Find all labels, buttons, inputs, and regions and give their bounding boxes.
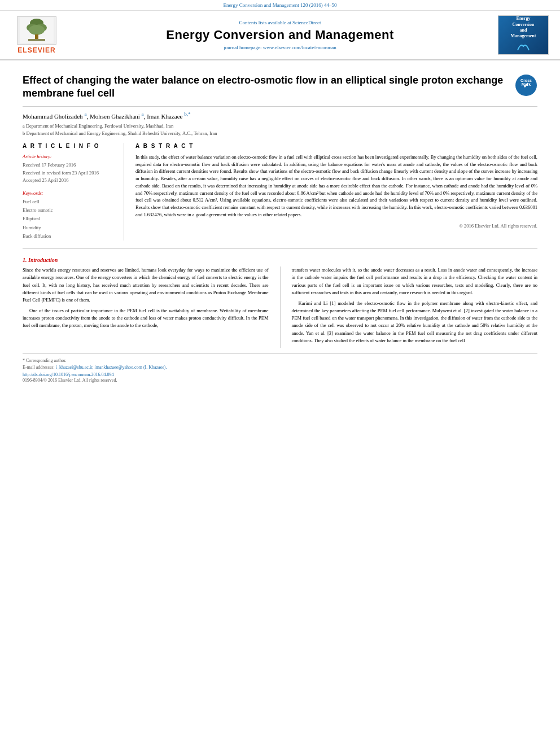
journal-logo-right: EnergyConversionandManagement <box>498 15 549 55</box>
author-names: Mohammad Gholizadeh <box>23 112 84 119</box>
intro-col2-text: transfers water molecules with it, so th… <box>292 267 538 344</box>
crossmark-icon[interactable]: ✓ Cross Mark <box>515 75 537 96</box>
svg-point-4 <box>29 25 45 35</box>
affiliation-a: a Department of Mechanical Engineering, … <box>23 123 537 130</box>
keyword-5: Back diffusion <box>23 232 115 241</box>
doi-line: http://dx.doi.org/10.1016/j.enconman.201… <box>23 371 537 377</box>
doi-link[interactable]: http://dx.doi.org/10.1016/j.enconman.201… <box>23 372 113 377</box>
corresponding-label: * Corresponding author. <box>23 358 67 363</box>
history-label: Article history: <box>23 154 115 159</box>
footer-section: * Corresponding author. E-mail addresses… <box>23 353 537 384</box>
homepage-url[interactable]: www.elsevier.com/locate/enconman <box>263 45 336 50</box>
introduction-section: 1. Introduction Since the world's energy… <box>23 257 537 348</box>
keyword-1: Fuel cell <box>23 198 115 206</box>
article-dates: Received 17 February 2016 Received in re… <box>23 161 115 185</box>
journal-title-main: Energy Conversion and Management <box>62 28 498 42</box>
contents-line: Contents lists available at ScienceDirec… <box>62 20 498 25</box>
issn-line: 0196-8904/© 2016 Elsevier Ltd. All right… <box>23 377 537 384</box>
email-line: E-mail addresses: i_khazaei@shu.ac.ir, i… <box>23 364 537 371</box>
svg-rect-6 <box>28 39 45 41</box>
abstract-text: In this study, the effect of water balan… <box>135 154 537 219</box>
copyright-line: © 2016 Elsevier Ltd. All rights reserved… <box>135 223 537 229</box>
journal-header: ELSEVIER Contents lists available at Sci… <box>0 11 560 60</box>
paper-title: Effect of changing the water balance on … <box>23 74 515 101</box>
body-two-col: Since the world's energy resources and r… <box>23 267 537 348</box>
keywords-list: Fuel cell Electro osmotic Elliptical Hum… <box>23 198 115 241</box>
section-divider <box>23 248 537 249</box>
keywords-label: Keywords: <box>23 190 115 196</box>
affiliation-b: b Department of Mechanical and Energy En… <box>23 130 537 137</box>
elsevier-logo: ELSEVIER <box>11 16 62 54</box>
top-bar: Energy Conversion and Management 120 (20… <box>0 0 560 11</box>
article-info-panel: A R T I C L E I N F O Article history: R… <box>23 143 124 241</box>
elsevier-tree-image <box>17 16 56 45</box>
article-info-heading: A R T I C L E I N F O <box>23 143 115 149</box>
intro-col2-para2: Karimi and Li [1] modeled the electro-os… <box>292 300 538 344</box>
sciencedirect-link[interactable]: ScienceDirect <box>292 20 321 25</box>
svg-text:Cross: Cross <box>520 78 532 82</box>
body-col-right: transfers water molecules with it, so th… <box>292 267 538 348</box>
keyword-3: Elliptical <box>23 215 115 223</box>
email-addresses: i_khazaei@shu.ac.ir, imankhazaee@yahoo.c… <box>56 365 167 370</box>
journal-homepage: journal homepage: www.elsevier.com/locat… <box>62 45 498 50</box>
main-content: Effect of changing the water balance on … <box>0 60 560 390</box>
col-divider <box>280 267 281 348</box>
corresponding-author: * Corresponding author. <box>23 357 537 364</box>
keywords-section: Keywords: Fuel cell Electro osmotic Elli… <box>23 190 115 241</box>
journal-citation: Energy Conversion and Management 120 (20… <box>224 2 337 8</box>
date-accepted: Accepted 25 April 2016 <box>23 177 115 185</box>
crossmark[interactable]: ✓ Cross Mark <box>515 74 537 97</box>
authors-line: Mohammad Gholizadeh a, Mohsen Ghazikhani… <box>23 111 537 120</box>
date-received: Received 17 February 2016 <box>23 161 115 169</box>
date-revised: Received in revised form 23 April 2016 <box>23 169 115 177</box>
two-col-section: A R T I C L E I N F O Article history: R… <box>23 143 537 241</box>
intro-col2-para1: transfers water molecules with it, so th… <box>292 267 538 296</box>
intro-para1: Since the world's energy resources and r… <box>23 267 269 304</box>
keyword-4: Humidity <box>23 224 115 232</box>
email-label: E-mail addresses: <box>23 365 55 370</box>
svg-text:Mark: Mark <box>522 82 531 86</box>
abstract-panel: A B S T R A C T In this study, the effec… <box>135 143 537 241</box>
journal-header-center: Contents lists available at ScienceDirec… <box>62 20 498 50</box>
keyword-2: Electro osmotic <box>23 206 115 215</box>
affiliations: a Department of Mechanical Engineering, … <box>23 123 537 137</box>
paper-title-section: Effect of changing the water balance on … <box>23 74 537 107</box>
body-col-left: Since the world's energy resources and r… <box>23 267 269 348</box>
introduction-heading: 1. Introduction <box>23 257 537 263</box>
abstract-heading: A B S T R A C T <box>135 143 537 149</box>
intro-col1-text: Since the world's energy resources and r… <box>23 267 269 329</box>
elsevier-wordmark: ELSEVIER <box>18 46 55 54</box>
intro-para2: One of the issues of particular importan… <box>23 307 269 330</box>
